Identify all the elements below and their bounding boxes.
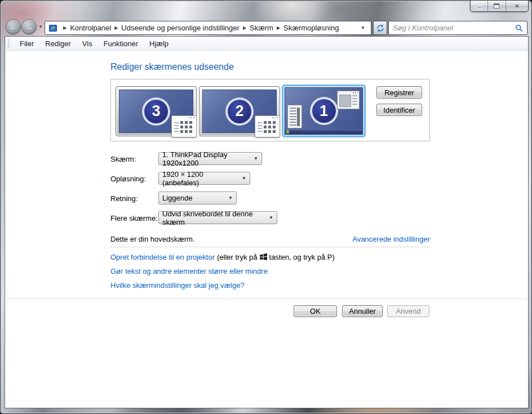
main-display-note: Dette er din hovedskærm.: [110, 235, 195, 243]
window-body: Filer Rediger Vis Funktioner Hjælp Redig…: [5, 37, 528, 408]
menu-funktioner[interactable]: Funktioner: [98, 38, 144, 49]
toolbar-grip: [8, 39, 10, 48]
multiple-displays-label: Flere skærme:: [110, 214, 158, 222]
maximize-button[interactable]: [488, 1, 506, 11]
display-label: Skærm:: [110, 155, 136, 163]
breadcrumb-separator-icon[interactable]: ▶: [277, 25, 280, 30]
identify-button[interactable]: Identificer: [376, 104, 422, 116]
resolution-label: Opløsning:: [110, 175, 146, 183]
search-box: [388, 21, 527, 35]
address-bar[interactable]: ▶ Kontrolpanel ▶ Udseende og personlige …: [45, 21, 371, 35]
chevron-down-icon: ▼: [264, 215, 273, 220]
button-row-divider: [6, 299, 527, 299]
refresh-icon: [376, 24, 385, 33]
monitor-3-number-badge: 3: [142, 97, 170, 126]
breadcrumb-item-kontrolpanel[interactable]: Kontrolpanel: [70, 24, 111, 32]
monitor-2-preview[interactable]: 2: [199, 86, 280, 136]
display-dropdown[interactable]: 1. ThinkPad Display 1920x1200 ▼: [158, 152, 262, 165]
projector-row: Opret forbindelse til en projektor (elle…: [110, 253, 335, 261]
orientation-dropdown[interactable]: Liggende ▼: [158, 192, 237, 204]
which-settings-help-link[interactable]: Hvilke skærmindstillinger skal jeg vælge…: [110, 281, 245, 290]
menu-bar: Filer Rediger Vis Funktioner Hjælp: [5, 37, 528, 51]
breadcrumb-separator-icon: ▶: [63, 25, 66, 30]
orientation-label: Retning:: [110, 194, 138, 203]
multiple-displays-dropdown-value: Udvid skrivebordet til denne skærm: [162, 210, 264, 226]
close-button[interactable]: ×: [506, 1, 528, 11]
back-button[interactable]: ←: [6, 19, 21, 34]
chevron-down-icon: ▼: [224, 195, 233, 201]
apply-button-disabled: Anvend: [387, 305, 429, 317]
chevron-down-icon: ▼: [237, 176, 246, 181]
display-dropdown-value: 1. ThinkPad Display 1920x1200: [162, 150, 249, 167]
advanced-settings-link[interactable]: Avancerede indstillinger: [352, 235, 430, 243]
search-icon[interactable]: [515, 24, 523, 32]
control-panel-icon: [48, 24, 57, 33]
resolution-dropdown[interactable]: 1920 × 1200 (anbefales) ▼: [158, 172, 250, 185]
projector-hint-before: (eller tryk på: [217, 253, 258, 261]
monitor-2-screen: 2: [202, 90, 277, 133]
monitor-3-screen: 3: [119, 90, 193, 133]
multiple-displays-dropdown[interactable]: Udvid skrivebordet til denne skærm ▼: [158, 211, 277, 224]
breadcrumb-separator-icon[interactable]: ▶: [243, 25, 246, 30]
minimize-button[interactable]: [471, 1, 488, 11]
breadcrumb-item-udseende[interactable]: Udseende og personlige indstillinger: [121, 24, 240, 32]
forward-button[interactable]: →: [21, 19, 37, 34]
menu-vis[interactable]: Vis: [77, 38, 98, 49]
make-text-larger-link[interactable]: Gør tekst og andre elementer større elle…: [110, 267, 268, 275]
start-orb-icon: [286, 131, 289, 133]
refresh-button[interactable]: [373, 21, 387, 35]
forward-arrow-icon: →: [25, 22, 33, 32]
main-display-row: Dette er din hovedskærm. Avancerede inds…: [110, 235, 430, 243]
back-arrow-icon: ←: [9, 22, 17, 32]
menu-filer[interactable]: Filer: [14, 38, 39, 49]
caption-button-group: ×: [470, 1, 529, 12]
menu-hjaelp[interactable]: Hjælp: [144, 38, 174, 49]
monitor-1-screen: 1: [285, 87, 363, 135]
connect-projector-link[interactable]: Opret forbindelse til en projektor: [110, 253, 215, 261]
breadcrumb-item-skaermoplosning[interactable]: Skærmopløsning: [283, 24, 339, 32]
document-window-icon: [287, 105, 302, 128]
screen-resolution-window: × ← → ▼ ▶ Kontrolpanel ▶ Udseende og per…: [0, 0, 532, 414]
address-dropdown-chevron-icon[interactable]: ▼: [357, 25, 369, 30]
monitor-1-preview-selected[interactable]: 1: [282, 84, 366, 137]
calculator-window-icon: [255, 115, 280, 137]
menu-rediger[interactable]: Rediger: [39, 38, 77, 49]
search-input[interactable]: [393, 24, 515, 32]
monitor-3-preview[interactable]: 3: [116, 86, 197, 136]
calculator-window-icon: [171, 115, 197, 137]
chevron-down-icon: ▼: [249, 156, 258, 161]
taskbar-strip: [285, 130, 362, 134]
projector-hint-after: tasten, og tryk på P): [269, 253, 335, 261]
breadcrumb-separator-icon[interactable]: ▶: [114, 25, 118, 30]
resolution-dropdown-value: 1920 × 1200 (anbefales): [162, 170, 237, 187]
minimize-icon: [477, 7, 482, 8]
page-title: Rediger skærmenes udseende: [110, 62, 234, 72]
app-window-icon: [337, 91, 360, 109]
cancel-button[interactable]: Annuller: [342, 305, 383, 317]
orientation-dropdown-value: Liggende: [162, 194, 193, 202]
ok-button[interactable]: OK: [294, 305, 337, 317]
maximize-icon: [494, 3, 499, 8]
close-icon: ×: [515, 2, 519, 10]
section-divider: [110, 247, 429, 247]
windows-key-icon: [260, 253, 267, 261]
breadcrumb-item-skaerm[interactable]: Skærm: [250, 24, 273, 32]
monitor-2-number-badge: 2: [225, 97, 254, 126]
recent-pages-chevron-icon[interactable]: ▼: [38, 24, 43, 29]
monitor-1-number-badge: 1: [310, 97, 338, 125]
detect-button[interactable]: Registrer: [376, 86, 422, 99]
